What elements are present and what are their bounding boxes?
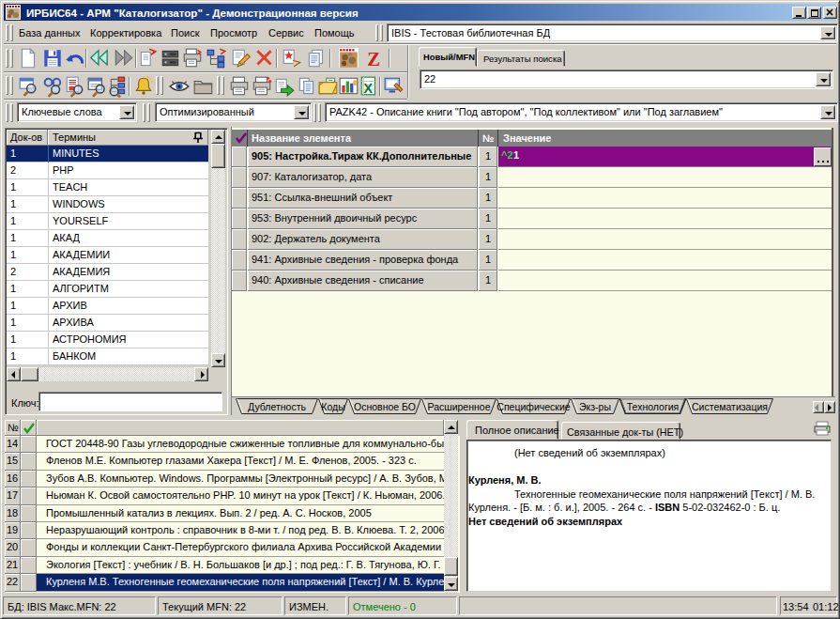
svg-text:Коды: Коды [321,401,344,412]
svg-text:Экз-ры: Экз-ры [579,401,611,412]
svg-text:X: X [363,81,373,96]
svg-text:Расширенное: Расширенное [428,401,491,412]
svg-text:Систематизация: Систематизация [692,401,768,412]
svg-text:Дублетность: Дублетность [248,401,306,412]
svg-text:Технология: Технология [627,401,680,412]
svg-text:Основное БО: Основное БО [354,401,416,412]
svg-text:Z: Z [367,49,380,70]
svg-text:Специфические: Специфические [496,401,571,412]
